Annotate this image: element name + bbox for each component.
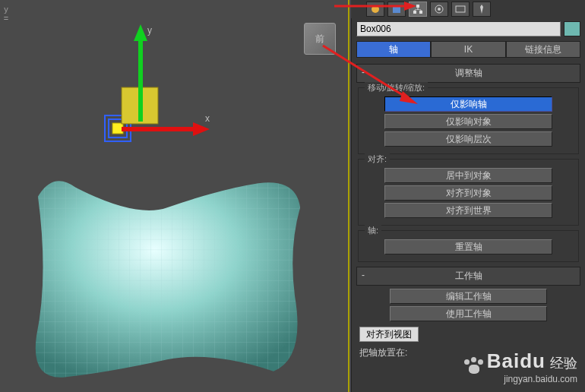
tab-utilities-icon[interactable]	[473, 2, 491, 17]
tab-display-icon[interactable]	[451, 2, 470, 17]
rollout-working-pivot-header[interactable]: 工作轴	[356, 267, 580, 286]
axis-y-label: y	[147, 25, 152, 36]
svg-marker-5	[134, 24, 147, 41]
group-align-label: 对齐:	[365, 153, 390, 165]
svg-rect-2	[112, 123, 123, 134]
group-pivot-label: 轴:	[365, 225, 381, 236]
link-info-mode-button[interactable]: 链接信息	[506, 41, 580, 58]
watermark-url: jingyan.baidu.com	[464, 374, 577, 384]
object-name-field[interactable]: Box006	[356, 21, 561, 36]
group-move-rotate-scale: 移动/旋转/缩放: 仅影响轴 仅影响对象 仅影响层次	[358, 87, 579, 154]
svg-rect-15	[456, 6, 465, 12]
svg-rect-12	[419, 11, 422, 14]
group-pivot: 轴: 重置轴	[358, 230, 579, 262]
center-to-object-button[interactable]: 居中到对象	[384, 168, 553, 183]
align-to-object-button[interactable]: 对齐到对象	[384, 185, 553, 201]
pivot-mode-button[interactable]: 轴	[356, 41, 431, 58]
tab-modify-icon[interactable]	[387, 2, 406, 17]
paw-icon	[464, 357, 484, 374]
watermark-cn: 经验	[550, 356, 577, 371]
affect-hierarchy-only-button[interactable]: 仅影响层次	[384, 131, 553, 147]
group-alignment: 对齐: 居中到对象 对齐到对象 对齐到世界	[358, 159, 579, 226]
edit-working-pivot-button[interactable]: 编辑工作轴	[390, 289, 547, 304]
svg-point-14	[438, 8, 441, 11]
use-working-pivot-button[interactable]: 使用工作轴	[390, 306, 547, 321]
svg-rect-10	[416, 5, 419, 8]
transform-gizmo[interactable]: y x	[76, 23, 213, 160]
svg-rect-9	[393, 5, 400, 13]
y-marker: y=	[0, 0, 12, 23]
pillow-mesh[interactable]	[23, 167, 311, 387]
svg-point-8	[372, 5, 379, 13]
watermark-brand: Baidu	[487, 349, 545, 372]
svg-rect-11	[413, 11, 416, 14]
viewcube[interactable]: 前	[304, 23, 336, 55]
align-to-view-button[interactable]: 对齐到视图	[359, 327, 419, 342]
svg-marker-7	[193, 122, 210, 136]
hierarchy-panel: Box006 轴 IK 链接信息 调整轴 移动/旋转/缩放: 仅影响轴 仅影响对…	[351, 18, 585, 392]
affect-pivot-only-button[interactable]: 仅影响轴	[384, 96, 553, 112]
object-color-swatch[interactable]	[564, 21, 580, 36]
tab-hierarchy-icon[interactable]	[409, 2, 427, 17]
tab-create-icon[interactable]	[366, 2, 384, 17]
viewport[interactable]: y= y x 前	[0, 0, 349, 392]
group-move-label: 移动/旋转/缩放:	[365, 82, 428, 93]
align-to-world-button[interactable]: 对齐到世界	[384, 203, 553, 218]
command-panel-tabs	[351, 0, 585, 18]
axis-x-label: x	[205, 113, 210, 124]
reset-pivot-button[interactable]: 重置轴	[384, 239, 553, 254]
watermark: Baidu经验 jingyan.baidu.com	[464, 349, 577, 384]
affect-object-only-button[interactable]: 仅影响对象	[384, 114, 553, 129]
rollout-adjust-pivot-header[interactable]: 调整轴	[356, 64, 580, 83]
tab-motion-icon[interactable]	[430, 2, 448, 17]
ik-mode-button[interactable]: IK	[431, 41, 505, 58]
